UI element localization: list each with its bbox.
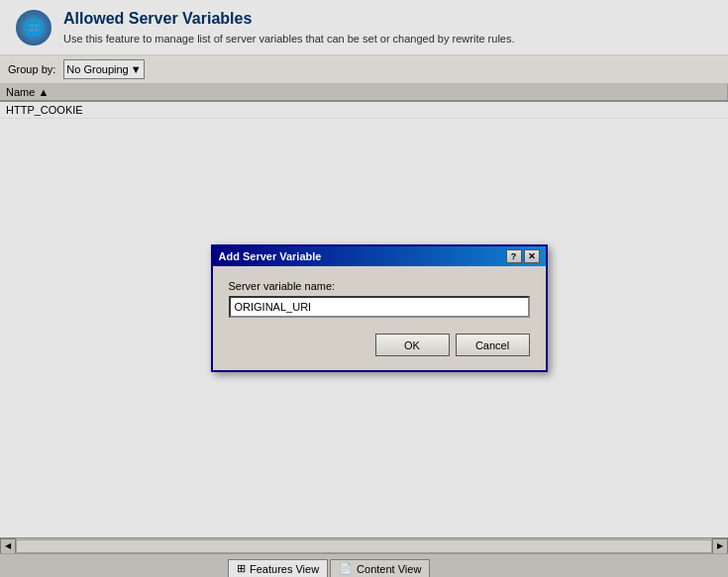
cancel-button[interactable]: Cancel <box>456 334 530 356</box>
ok-button[interactable]: OK <box>375 334 450 356</box>
dialog-title: Add Server Variable <box>219 250 322 262</box>
server-variable-name-input[interactable] <box>229 296 530 318</box>
dialog-titlebar: Add Server Variable ? ✕ <box>213 246 546 266</box>
add-server-variable-dialog: Add Server Variable ? ✕ Server variable … <box>211 244 548 372</box>
dialog-overlay: Add Server Variable ? ✕ Server variable … <box>0 0 728 577</box>
dialog-buttons: OK Cancel <box>229 334 530 356</box>
dialog-content: Server variable name: OK Cancel <box>213 266 546 370</box>
field-label: Server variable name: <box>229 280 530 292</box>
dialog-title-controls: ? ✕ <box>506 249 540 263</box>
dialog-help-button[interactable]: ? <box>506 249 522 263</box>
dialog-close-button[interactable]: ✕ <box>524 249 540 263</box>
